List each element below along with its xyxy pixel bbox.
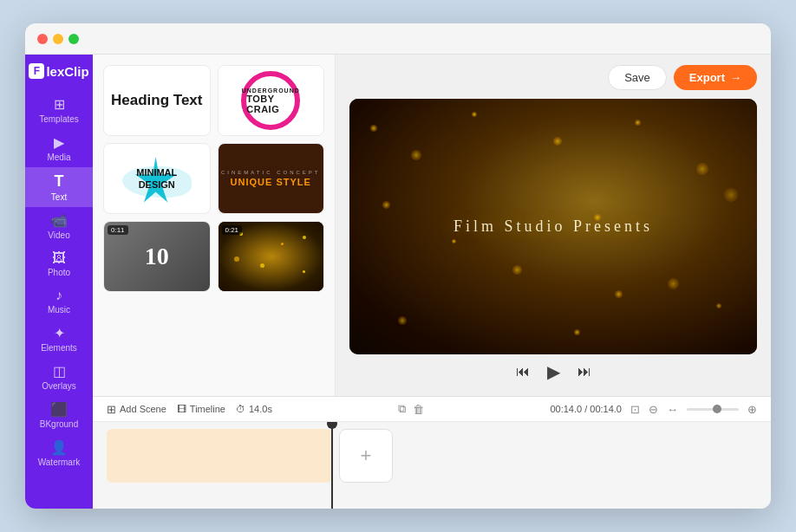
template-card-heading[interactable]: Heading Text: [103, 65, 211, 136]
minimal-text: MINIMALDESIGN: [136, 166, 177, 191]
template-card-minimal[interactable]: MINIMALDESIGN: [103, 143, 211, 214]
sidebar: F lexClip ⊞ Templates ▶ Media T Text 📹 V…: [25, 55, 93, 509]
photo-icon: 🖼: [52, 250, 66, 266]
templates-panel: Heading Text UNDERGROUND TOBY CRAIG: [93, 55, 336, 396]
timeline-content: +: [93, 422, 771, 509]
minimize-dot[interactable]: [53, 34, 63, 44]
export-arrow: →: [730, 71, 741, 84]
sidebar-item-music[interactable]: ♪ Music: [25, 282, 93, 320]
save-button[interactable]: Save: [608, 65, 667, 90]
watermark-icon: 👤: [50, 439, 68, 456]
video1-timer: 0:11: [108, 225, 128, 235]
video1-number: 10: [145, 243, 169, 270]
add-clip-icon: +: [361, 444, 372, 467]
zoom-in-icon[interactable]: ⊕: [747, 403, 757, 416]
logo-text: lexClip: [46, 64, 88, 79]
media-icon: ▶: [54, 134, 64, 151]
timeline-icon: 🎞: [177, 404, 186, 414]
unique-content: CINEMATIC CONCEPT UNIQUE STYLE: [221, 170, 321, 187]
skip-forward-button[interactable]: ⏭: [577, 364, 591, 380]
play-button[interactable]: ▶: [547, 361, 560, 382]
template-card-video1[interactable]: 10 0:11: [103, 221, 211, 292]
zoom-handle: [713, 405, 721, 413]
sidebar-label-bkground: BKground: [40, 419, 78, 429]
text-icon: T: [55, 172, 64, 191]
timeline-needle[interactable]: [331, 422, 333, 509]
sidebar-item-elements[interactable]: ✦ Elements: [25, 320, 93, 358]
time-controls: 00:14.0 / 00:14.0 ⊡ ⊖ ↔ ⊕: [550, 403, 757, 416]
timeline-tool[interactable]: 🎞 Timeline: [177, 404, 225, 414]
sidebar-item-photo[interactable]: 🖼 Photo: [25, 245, 93, 282]
export-button[interactable]: Export →: [674, 65, 757, 90]
time-display: 00:14.0 / 00:14.0: [550, 404, 622, 414]
add-clip-button[interactable]: +: [339, 429, 393, 483]
sidebar-item-watermark[interactable]: 👤 Watermark: [25, 434, 93, 472]
overlays-icon: ◫: [53, 363, 66, 380]
toby-name-text: TOBY CRAIG: [246, 94, 295, 114]
skip-back-button[interactable]: ⏮: [516, 364, 530, 380]
fit-icon[interactable]: ⊡: [630, 403, 640, 416]
templates-icon: ⊞: [54, 96, 65, 113]
video2-timer: 0:21: [222, 225, 243, 235]
copy-icon[interactable]: ⧉: [398, 402, 406, 416]
add-scene-label: Add Scene: [120, 404, 166, 414]
sidebar-label-media: Media: [47, 152, 70, 162]
app-logo: F lexClip: [29, 63, 88, 79]
app-body: F lexClip ⊞ Templates ▶ Media T Text 📹 V…: [25, 55, 771, 509]
logo-f: F: [29, 63, 44, 79]
toolbar-left: ⊞ Add Scene 🎞 Timeline ⏱ 14.0s: [107, 403, 272, 416]
sidebar-item-text[interactable]: T Text: [25, 167, 93, 207]
skip-forward-icon: ⏭: [577, 364, 591, 380]
timeline-toolbar: ⊞ Add Scene 🎞 Timeline ⏱ 14.0s: [93, 397, 771, 422]
preview-video: Film Studio Presents: [349, 99, 757, 354]
duration-value: 14.0s: [249, 404, 272, 414]
sidebar-label-overlays: Overlays: [42, 381, 75, 391]
sidebar-label-music: Music: [48, 305, 70, 315]
app-window: F lexClip ⊞ Templates ▶ Media T Text 📹 V…: [25, 23, 771, 509]
maximize-dot[interactable]: [69, 34, 79, 44]
unique-subtitle-text: CINEMATIC CONCEPT: [221, 170, 321, 175]
video-icon: 📹: [50, 212, 68, 229]
unique-style-text: UNIQUE STYLE: [221, 177, 321, 187]
close-dot[interactable]: [37, 34, 48, 44]
add-scene-icon: ⊞: [107, 403, 116, 416]
export-label: Export: [689, 71, 725, 84]
sidebar-label-text: Text: [51, 192, 67, 202]
templates-grid: Heading Text UNDERGROUND TOBY CRAIG: [103, 65, 324, 292]
player-controls: ⏮ ▶ ⏭: [349, 354, 757, 386]
preview-title: Film Studio Presents: [453, 217, 653, 236]
timeline-bar: ⊞ Add Scene 🎞 Timeline ⏱ 14.0s: [93, 396, 771, 509]
timeline-clip[interactable]: [107, 429, 332, 483]
preview-area: Save Export →: [336, 55, 771, 396]
delete-icon[interactable]: 🗑: [413, 403, 424, 416]
sidebar-item-media[interactable]: ▶ Media: [25, 129, 93, 167]
toby-card-inner: UNDERGROUND TOBY CRAIG: [241, 71, 300, 130]
play-icon: ▶: [547, 361, 560, 382]
zoom-out-icon[interactable]: ⊖: [649, 403, 658, 416]
zoom-arrow-icon: ↔: [667, 403, 678, 416]
template-card-unique[interactable]: CINEMATIC CONCEPT UNIQUE STYLE: [218, 143, 325, 214]
duration-tool: ⏱ 14.0s: [236, 404, 272, 414]
toby-ring: UNDERGROUND TOBY CRAIG: [241, 71, 300, 130]
content-area: Heading Text UNDERGROUND TOBY CRAIG: [93, 55, 771, 396]
template-card-toby[interactable]: UNDERGROUND TOBY CRAIG: [218, 65, 325, 136]
music-icon: ♪: [55, 288, 62, 303]
toby-top-text: UNDERGROUND: [242, 88, 300, 94]
sidebar-label-elements: Elements: [41, 343, 77, 353]
sidebar-label-watermark: Watermark: [38, 457, 81, 467]
titlebar: [25, 23, 771, 55]
sidebar-item-templates[interactable]: ⊞ Templates: [25, 91, 93, 129]
timeline-label: Timeline: [190, 404, 225, 414]
sidebar-item-bkground[interactable]: ⬛ BKground: [25, 396, 93, 434]
elements-icon: ✦: [54, 325, 65, 341]
add-scene-tool[interactable]: ⊞ Add Scene: [107, 403, 166, 416]
main-panel: Heading Text UNDERGROUND TOBY CRAIG: [93, 55, 771, 509]
sidebar-item-overlays[interactable]: ◫ Overlays: [25, 358, 93, 396]
sidebar-label-video: Video: [48, 230, 69, 240]
bkground-icon: ⬛: [50, 401, 68, 418]
sidebar-item-video[interactable]: 📹 Video: [25, 207, 93, 245]
sidebar-label-photo: Photo: [48, 268, 70, 277]
template-card-video2[interactable]: 0:21: [218, 221, 325, 292]
preview-toolbar: Save Export →: [349, 65, 757, 90]
zoom-slider[interactable]: [687, 408, 739, 411]
